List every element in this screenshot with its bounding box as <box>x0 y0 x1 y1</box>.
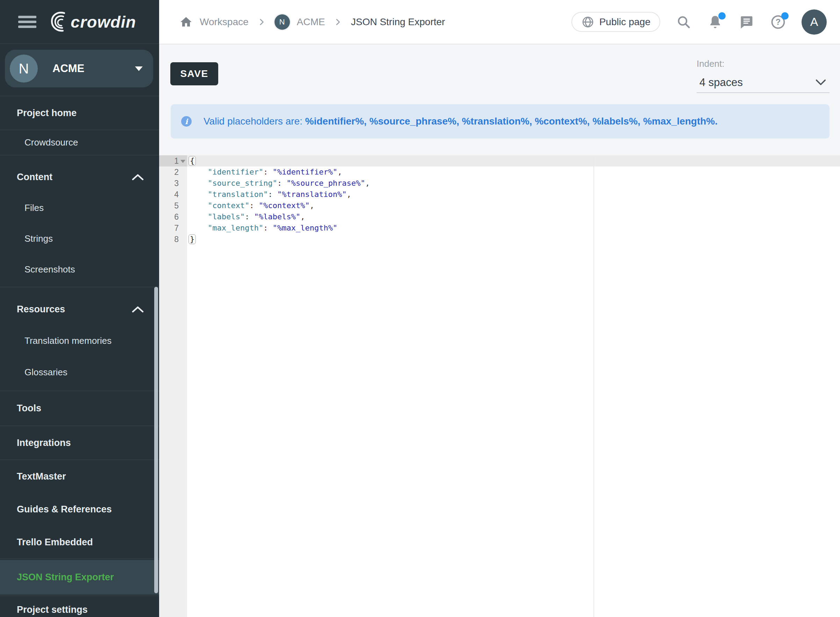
info-banner: i Valid placeholders are: %identifier%, … <box>171 104 830 139</box>
chevron-up-icon <box>132 306 144 313</box>
line-number: 6 <box>159 211 187 223</box>
sidebar-item-label: Guides & References <box>17 504 112 515</box>
indent-value: 4 spaces <box>699 76 743 89</box>
fold-toggle-icon[interactable] <box>180 160 185 163</box>
code-line[interactable]: } <box>187 234 840 245</box>
page-body: SAVE Indent: 4 spaces i Valid placeholde… <box>159 44 840 617</box>
sidebar-item-translation-memories[interactable]: Translation memories <box>0 325 159 356</box>
sidebar-group: Crowdsource <box>0 130 159 155</box>
sidebar: crowdin N ACME Project homeCrowdsourceCo… <box>0 0 159 617</box>
sidebar-item-screenshots[interactable]: Screenshots <box>0 254 159 285</box>
sidebar-item-crowdsource[interactable]: Crowdsource <box>0 130 159 155</box>
placeholder-token: %context%, <box>535 116 589 127</box>
sidebar-item-label: TextMaster <box>17 471 66 482</box>
breadcrumb-workspace-label: Workspace <box>200 16 249 28</box>
sidebar-item-label: JSON String Exporter <box>17 572 114 583</box>
sidebar-item-tools[interactable]: Tools <box>0 391 159 426</box>
indent-control: Indent: 4 spaces <box>697 58 830 93</box>
placeholder-token: %translation%, <box>462 116 532 127</box>
sidebar-item-project-home[interactable]: Project home <box>0 96 159 130</box>
line-number: 7 <box>159 223 187 234</box>
sidebar-item-label: Tools <box>17 403 41 414</box>
sidebar-item-resources[interactable]: Resources <box>0 294 159 325</box>
caret-down-icon <box>135 66 143 71</box>
sidebar-item-strings[interactable]: Strings <box>0 223 159 254</box>
sidebar-item-label: Project home <box>17 108 77 118</box>
breadcrumb-project[interactable]: N ACME <box>274 14 325 30</box>
code-line[interactable]: "max_length": "%max_length%" <box>187 223 840 234</box>
chevron-right-icon <box>333 18 342 27</box>
breadcrumb-project-avatar: N <box>274 14 290 30</box>
sidebar-item-label: Crowdsource <box>25 137 78 148</box>
sidebar-item-label: Screenshots <box>25 264 75 275</box>
sidebar-item-files[interactable]: Files <box>0 192 159 223</box>
code-editor[interactable]: 12345678 { "identifier": "%identifier%",… <box>159 155 840 617</box>
public-page-button[interactable]: Public page <box>572 12 660 32</box>
public-page-label: Public page <box>600 16 650 28</box>
svg-text:?: ? <box>776 17 781 27</box>
code-line[interactable]: "source_string": "%source_phrase%", <box>187 178 840 189</box>
breadcrumb-project-label: ACME <box>297 16 325 28</box>
crowdin-logo[interactable]: crowdin <box>48 11 136 32</box>
sidebar-item-trello-embedded[interactable]: Trello Embedded <box>0 526 159 559</box>
line-number: 3 <box>159 178 187 189</box>
bell-icon[interactable] <box>707 14 723 30</box>
header-actions: Public page ? A <box>572 9 840 35</box>
print-margin <box>594 155 594 617</box>
sidebar-item-label: Content <box>17 172 53 183</box>
sidebar-item-integrations[interactable]: Integrations <box>0 426 159 460</box>
breadcrumb-workspace[interactable]: Workspace <box>180 15 249 29</box>
sidebar-item-glossaries[interactable]: Glossaries <box>0 356 159 388</box>
globe-icon <box>581 15 594 29</box>
chat-icon[interactable] <box>738 14 755 30</box>
crowdin-app: crowdin N ACME Project homeCrowdsourceCo… <box>0 0 840 617</box>
sidebar-group: TextMasterGuides & ReferencesTrello Embe… <box>0 460 159 559</box>
header: Workspace N ACME JSON String Exporter Pu… <box>159 0 840 44</box>
editor-content[interactable]: { "identifier": "%identifier%", "source_… <box>187 155 840 245</box>
code-line[interactable]: "context": "%context%", <box>187 200 840 211</box>
sidebar-item-label: Project settings <box>17 604 88 615</box>
search-icon[interactable] <box>676 14 692 30</box>
sidebar-item-textmaster[interactable]: TextMaster <box>0 460 159 493</box>
sidebar-scrollbar[interactable] <box>154 287 158 593</box>
indent-select[interactable]: 4 spaces <box>697 73 830 93</box>
sidebar-group: JSON String Exporter <box>0 559 159 596</box>
code-line[interactable]: "identifier": "%identifier%", <box>187 167 840 178</box>
placeholder-token: %source_phrase%, <box>369 116 459 127</box>
project-selector[interactable]: N ACME <box>5 50 153 87</box>
user-avatar[interactable]: A <box>802 9 827 35</box>
line-number: 8 <box>159 234 187 245</box>
project-avatar: N <box>10 55 38 83</box>
line-number: 1 <box>159 155 187 167</box>
sidebar-item-label: Resources <box>17 304 65 315</box>
sidebar-group: Integrations <box>0 426 159 460</box>
sidebar-item-guides-references[interactable]: Guides & References <box>0 493 159 526</box>
sidebar-item-json-string-exporter[interactable]: JSON String Exporter <box>0 560 159 595</box>
info-icon: i <box>181 116 192 127</box>
save-button[interactable]: SAVE <box>170 62 218 86</box>
page-title: JSON String Exporter <box>351 16 445 28</box>
sidebar-top: crowdin <box>0 0 159 44</box>
sidebar-item-project-settings[interactable]: Project settings <box>0 597 159 617</box>
line-number: 5 <box>159 200 187 211</box>
code-line[interactable]: "labels": "%labels%", <box>187 211 840 223</box>
sidebar-item-content[interactable]: Content <box>0 162 159 192</box>
sidebar-item-label: Glossaries <box>25 367 68 378</box>
chevron-up-icon <box>132 173 144 181</box>
main-area: Workspace N ACME JSON String Exporter Pu… <box>159 0 840 617</box>
chevron-right-icon <box>257 18 266 27</box>
menu-icon[interactable] <box>18 16 36 28</box>
indent-label: Indent: <box>697 58 830 69</box>
code-line[interactable]: "translation": "%translation%", <box>187 189 840 200</box>
placeholder-token: %max_length%. <box>643 116 718 127</box>
code-line[interactable]: { <box>187 155 840 167</box>
sidebar-nav: Project homeCrowdsourceContentFilesStrin… <box>0 96 159 617</box>
placeholder-token: %identifier%, <box>305 116 367 127</box>
notification-badge <box>718 12 726 19</box>
sidebar-group: Tools <box>0 391 159 426</box>
sidebar-group: ResourcesTranslation memoriesGlossaries <box>0 287 159 391</box>
sidebar-group: Project settings <box>0 596 159 617</box>
line-number: 4 <box>159 189 187 200</box>
help-icon[interactable]: ? <box>770 14 786 30</box>
editor-gutter: 12345678 <box>159 155 187 617</box>
